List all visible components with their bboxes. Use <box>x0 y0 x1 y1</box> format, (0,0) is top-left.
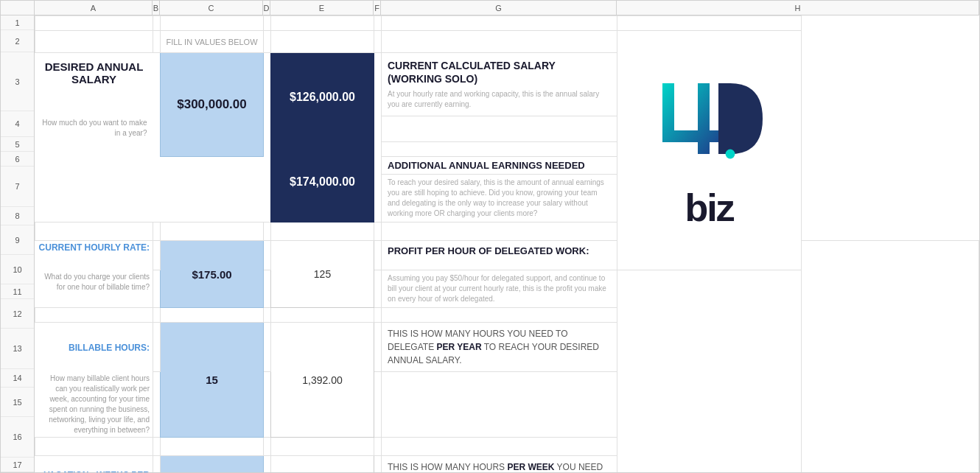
row-num-5: 5 <box>1 137 34 152</box>
cell-g5 <box>382 142 617 157</box>
current-salary-heading: CURRENT CALCULATED SALARY(WORKING SOLO) <box>388 59 611 85</box>
cell-e8 <box>271 223 374 241</box>
desired-salary-label: DESIRED ANNUAL SALARY <box>38 60 150 85</box>
profit-calc-cell: 125 <box>271 241 374 308</box>
cell-d13 <box>264 372 271 438</box>
biz-text: biz <box>685 186 733 230</box>
billable-hours-desc: How many billable client hours can you r… <box>38 374 150 435</box>
svg-marker-0 <box>662 83 721 154</box>
cell-d12 <box>264 323 271 372</box>
cell-a7 <box>35 175 153 223</box>
cell-a4: How much do you want to make in a year? <box>35 116 153 142</box>
billable-hours-label: BILLABLE HOURS: <box>38 343 150 353</box>
cell-b2 <box>153 31 161 53</box>
cell-b11 <box>153 308 161 323</box>
cell-g4 <box>382 116 617 142</box>
cell-a6 <box>35 157 153 175</box>
per-year-bold: PER YEAR <box>436 342 481 352</box>
cell-c6 <box>161 157 264 175</box>
col-header-a: A <box>35 1 153 15</box>
cell-a5 <box>35 142 153 157</box>
desired-salary-value: $300,000.00 <box>177 97 247 111</box>
cell-b6 <box>153 157 161 175</box>
billable-calc-cell: 1,392.00 <box>271 323 374 438</box>
cell-b13 <box>153 372 161 438</box>
row-num-4: 4 <box>1 111 34 137</box>
cell-g15: THIS IS HOW MANY HOURS PER WEEK YOU NEED… <box>382 455 617 472</box>
cell-f4 <box>374 116 382 142</box>
cell-b5 <box>153 142 161 157</box>
cell-f6 <box>374 157 382 175</box>
row-num-2: 2 <box>1 30 34 52</box>
row-num-14: 14 <box>1 369 34 388</box>
cell-g3: CURRENT CALCULATED SALARY(WORKING SOLO) … <box>382 53 617 116</box>
cell-f3 <box>374 53 382 116</box>
cell-g9: PROFIT PER HOUR OF DELEGATED WORK: <box>382 241 617 270</box>
row-num-16: 16 <box>1 417 34 458</box>
additional-earnings-heading: ADDITIONAL ANNUAL EARNINGS NEEDED <box>388 160 611 171</box>
row-num-10: 10 <box>1 255 34 284</box>
cell-d2 <box>264 31 271 53</box>
hourly-rate-label: CURRENT HOURLY RATE: <box>38 242 150 253</box>
row-num-12: 12 <box>1 299 34 329</box>
cell-g8 <box>382 223 617 241</box>
cell-a11 <box>35 308 153 323</box>
cell-d14 <box>264 437 271 455</box>
cell-h1 <box>617 16 802 31</box>
cell-a12: BILLABLE HOURS: <box>35 323 153 372</box>
cell-g6: ADDITIONAL ANNUAL EARNINGS NEEDED <box>382 157 617 175</box>
vacation-input[interactable]: 4 <box>161 455 264 472</box>
cell-d5 <box>264 142 271 157</box>
spreadsheet: A B C D E F G H 1 2 3 4 5 6 7 8 9 10 11 … <box>0 0 980 473</box>
current-salary-desc: At your hourly rate and working capacity… <box>388 89 611 110</box>
cell-f11 <box>374 308 382 323</box>
row-num-15: 15 <box>1 388 34 417</box>
col-header-d: D <box>263 1 270 15</box>
cell-f14 <box>374 437 382 455</box>
logo-area: biz <box>620 32 798 268</box>
billable-hours-input[interactable]: 15 <box>161 323 264 438</box>
cell-f12 <box>374 323 382 372</box>
hourly-rate-input[interactable]: $175.00 <box>161 241 264 308</box>
row-num-11: 11 <box>1 284 34 299</box>
cell-g7: To reach your desired salary, this is th… <box>382 175 617 223</box>
col-header-e: E <box>270 1 374 15</box>
additional-earnings-value: $174,000.00 <box>290 175 355 188</box>
cell-a3: DESIRED ANNUAL SALARY <box>35 53 153 116</box>
cell-d7 <box>264 175 271 223</box>
cell-f1 <box>374 16 382 31</box>
vacation-calc-cell: 26.77 <box>271 455 374 472</box>
cell-c11 <box>161 308 264 323</box>
cell-b7 <box>153 175 161 223</box>
row-num-8: 8 <box>1 207 34 225</box>
cell-f10 <box>374 270 382 308</box>
cell-d11 <box>264 308 271 323</box>
cell-b10 <box>153 270 161 308</box>
profit-heading: PROFIT PER HOUR OF DELEGATED WORK: <box>388 245 611 256</box>
hourly-rate-desc: What do you charge your clients for one … <box>38 272 150 292</box>
cell-a1 <box>35 16 153 31</box>
cell-f2 <box>374 31 382 53</box>
current-calc-salary-cell: $126,000.00 <box>271 53 374 142</box>
corner-cell <box>1 1 35 15</box>
cell-d9 <box>264 241 271 270</box>
cell-b12 <box>153 323 161 372</box>
cell-e1 <box>271 16 374 31</box>
cell-a2 <box>35 31 153 53</box>
cell-c1 <box>161 16 264 31</box>
desired-salary-input[interactable]: $300,000.00 <box>161 53 264 157</box>
cell-f9 <box>374 241 382 270</box>
cell-a9: CURRENT HOURLY RATE: <box>35 241 153 270</box>
cell-e14 <box>271 437 374 455</box>
delegate-year-text: THIS IS HOW MANY HOURS YOU NEED TO DELEG… <box>388 327 611 367</box>
cell-d6 <box>264 157 271 175</box>
cell-f5 <box>374 142 382 157</box>
table-row-1 <box>35 16 979 31</box>
additional-earnings-desc: To reach your desired salary, this is th… <box>388 178 611 219</box>
hourly-rate-value: $175.00 <box>192 268 231 281</box>
profit-desc: Assuming you pay $50/hour for delegated … <box>388 273 611 304</box>
cell-g13 <box>382 372 617 438</box>
cell-a14 <box>35 437 153 455</box>
cell-g12: THIS IS HOW MANY HOURS YOU NEED TO DELEG… <box>382 323 617 372</box>
col-header-b: B <box>153 1 160 15</box>
